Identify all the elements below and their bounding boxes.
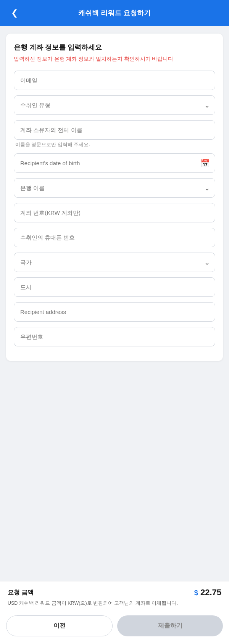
phone-group (14, 228, 215, 247)
city-group (14, 277, 215, 297)
main-content: 은행 계좌 정보를 입력하세요 입력하신 정보가 은행 계좌 정보와 일치하는지… (0, 26, 229, 581)
recipient-type-group: ⌄ (14, 95, 215, 115)
account-owner-input[interactable] (14, 120, 215, 140)
email-input[interactable] (14, 71, 215, 90)
amount-number: 22.75 (200, 588, 221, 597)
phone-input[interactable] (14, 228, 215, 247)
bank-name-wrapper: ⌄ (14, 178, 215, 198)
postal-group (14, 327, 215, 346)
account-owner-group: 이름을 영문으로만 입력해 주세요. (14, 120, 215, 148)
section-title: 은행 계좌 정보를 입력하세요 (14, 43, 215, 52)
recipient-type-input[interactable] (14, 95, 215, 115)
country-group: ⌄ (14, 253, 215, 272)
address-input[interactable] (14, 302, 215, 322)
postal-input[interactable] (14, 327, 215, 346)
amount-label: 요청 금액 (8, 589, 34, 597)
dob-group: 📅 (14, 153, 215, 173)
submit-button[interactable]: 제출하기 (117, 615, 223, 636)
section-subtitle: 입력하신 정보가 은행 계좌 정보와 일치하는지 확인하시기 바랍니다 (14, 55, 215, 63)
amount-row: 요청 금액 $ 22.75 (8, 588, 221, 597)
footer-info: 요청 금액 $ 22.75 USD 캐쉬백 리워드 금액이 KRW(으)로 변환… (0, 581, 229, 615)
form-card: 은행 계좌 정보를 입력하세요 입력하신 정보가 은행 계좌 정보와 일치하는지… (6, 34, 223, 361)
prev-button[interactable]: 이전 (6, 615, 113, 636)
amount-currency: $ (194, 589, 198, 597)
account-number-group (14, 203, 215, 222)
country-input[interactable] (14, 253, 215, 272)
email-group (14, 71, 215, 90)
dob-wrapper: 📅 (14, 153, 215, 173)
address-group (14, 302, 215, 322)
recipient-type-wrapper: ⌄ (14, 95, 215, 115)
page-title: 캐쉬백 리워드 요청하기 (78, 8, 151, 18)
app-header: ❮ 캐쉬백 리워드 요청하기 (0, 0, 229, 26)
account-number-input[interactable] (14, 203, 215, 222)
dob-input[interactable] (14, 153, 215, 173)
city-input[interactable] (14, 277, 215, 297)
amount-value: $ 22.75 (194, 588, 221, 597)
bank-name-group: ⌄ (14, 178, 215, 198)
back-button[interactable]: ❮ (8, 6, 21, 20)
bank-name-input[interactable] (14, 178, 215, 198)
account-owner-hint: 이름을 영문으로만 입력해 주세요. (14, 142, 215, 148)
bottom-buttons: 이전 제출하기 (0, 615, 229, 644)
back-icon: ❮ (11, 8, 18, 18)
country-wrapper: ⌄ (14, 253, 215, 272)
footer-description: USD 캐쉬백 리워드 금액이 KRW(으)로 변환되어 고객님의 계좌로 이체… (8, 600, 221, 607)
